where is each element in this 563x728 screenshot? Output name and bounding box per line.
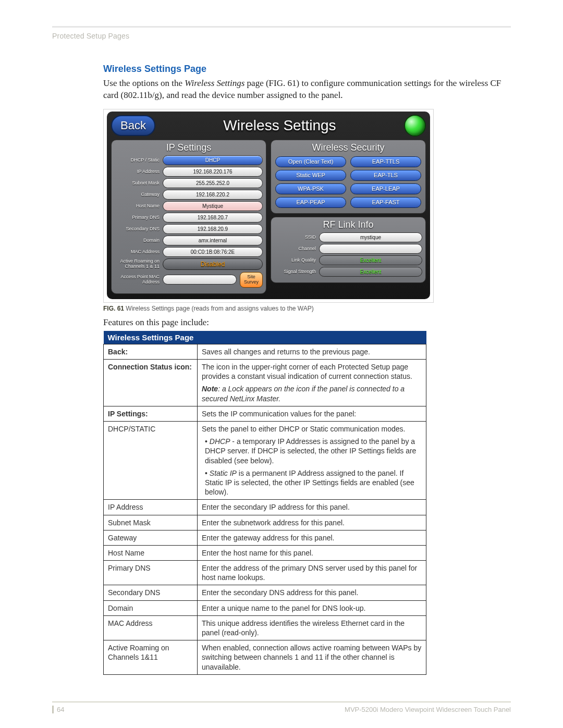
mac-label: MAC Address [115,249,160,254]
table-row-label: Domain [104,600,198,615]
site-survey-button[interactable]: Site Survey [240,272,263,288]
pdns-label: Primary DNS [115,215,160,220]
table-row-label: IP Settings: [104,406,198,421]
subnet-label: Subnet Mask [115,180,160,186]
table-row-label: Active Roaming on Channels 1&11 [104,640,198,675]
table-row-label: Connection Status icon: [104,360,198,406]
pdns-value[interactable]: 192.168.20.7 [163,213,263,223]
table-row-label: Host Name [104,545,198,560]
connection-status-icon [404,115,426,137]
table-row-label: DHCP/STATIC [104,422,198,500]
subnet-value[interactable]: 255.255.252.0 [163,178,263,188]
table-row-desc: Enter the host name for this panel. [198,545,426,560]
link-quality-value: Excellent [319,255,422,265]
sec-wpa-psk[interactable]: WPA-PSK [275,183,346,194]
dhcp-static-value[interactable]: DHCP [163,155,263,165]
mac-value: 00:C0:1B:08:76:2E [163,247,263,257]
channel-label: Channel [274,246,316,251]
figure-caption: FIG. 61 Wireless Settings page (reads fr… [103,305,511,312]
table-row-desc: Enter the secondary IP address for this … [198,500,426,515]
ip-address-label: IP Address [115,169,160,174]
ap-mac-label: Access Point MAC Address [115,275,160,285]
rf-link-group: RF Link Info SSIDmystique Channel Link Q… [271,217,426,283]
table-row-label: Back: [104,344,198,359]
table-row-desc: Enter the address of the primary DNS ser… [198,561,426,585]
wireless-security-title: Wireless Security [274,142,422,153]
sdns-value[interactable]: 192.168.20.9 [163,224,263,234]
rf-link-title: RF Link Info [274,219,422,230]
ssid-value: mystique [319,232,422,242]
table-row-label: Primary DNS [104,561,198,585]
ip-address-value[interactable]: 192.168.220.176 [163,167,263,177]
figure-wrap: Back Wireless Settings IP Settings DHCP … [103,109,434,303]
channel-value [319,244,422,254]
hostname-label: Host Name [115,203,160,208]
features-intro: Features on this page include: [103,317,511,328]
sec-static-wep[interactable]: Static WEP [275,170,346,181]
table-row-desc: Saves all changes and returns to the pre… [198,344,426,359]
table-row-label: Subnet Mask [104,515,198,530]
wireless-settings-panel: Back Wireless Settings IP Settings DHCP … [107,112,430,299]
sec-eap-fast[interactable]: EAP-FAST [350,197,421,208]
signal-strength-value: Excellent [319,267,422,277]
wireless-security-group: Wireless Security Open (Clear Text) EAP-… [271,140,426,214]
roam-label: Active Roaming on Channels 1 & 11 [115,259,160,269]
table-row-desc: The icon in the upper-right corner of ea… [198,360,426,406]
signal-strength-label: Signal Strength [274,269,316,274]
page-footer: 64 MVP-5200i Modero Viewpoint Widescreen… [52,701,511,713]
back-button[interactable]: Back [111,115,155,136]
gateway-label: Gateway [115,192,160,197]
domain-label: Domain [115,238,160,243]
table-row-desc: This unique address identifies the wirel… [198,615,426,640]
doc-title: MVP-5200i Modero Viewpoint Widescreen To… [345,706,511,713]
sec-eap-tls[interactable]: EAP-TLS [350,170,421,181]
figure-text: Wireless Settings page (reads from and a… [124,305,314,312]
table-row-desc: Enter the gateway address for this panel… [198,530,426,545]
sec-eap-ttls[interactable]: EAP-TTLS [350,156,421,167]
table-row-desc: Enter the secondary DNS address for this… [198,585,426,600]
table-row-desc: Sets the IP communication values for the… [198,406,426,421]
table-row-label: MAC Address [104,615,198,640]
section-title: Wireless Settings Page [103,64,511,75]
link-quality-label: Link Quality [274,257,316,263]
table-row-label: Gateway [104,530,198,545]
features-table: Wireless Settings Page Back:Saves all ch… [103,331,426,675]
panel-title: Wireless Settings [161,117,399,134]
gateway-value[interactable]: 192.168.220.2 [163,190,263,200]
ap-mac-value [163,275,237,285]
table-title: Wireless Settings Page [104,331,426,344]
intro-ital: Wireless Settings [185,78,244,88]
sec-eap-peap[interactable]: EAP-PEAP [275,197,346,208]
roam-value[interactable]: Disabled [163,258,263,270]
sec-open[interactable]: Open (Clear Text) [275,156,346,167]
table-row-desc: Enter a unique name to the panel for DNS… [198,600,426,615]
intro-before: Use the options on the [103,78,185,88]
ip-settings-group: IP Settings DHCP / StaticDHCP IP Address… [111,140,266,294]
breadcrumb: Protected Setup Pages [52,32,511,40]
figure-number: FIG. 61 [103,305,124,312]
sdns-label: Secondary DNS [115,226,160,231]
ssid-label: SSID [274,235,316,240]
page-number: 64 [52,706,64,713]
ip-settings-title: IP Settings [115,142,263,153]
table-row-label: Secondary DNS [104,585,198,600]
table-row-desc: Enter the subnetwork address for this pa… [198,515,426,530]
domain-value[interactable]: amx.internal [163,236,263,245]
hostname-value[interactable]: Mystique [163,201,263,211]
table-row-label: IP Address [104,500,198,515]
table-row-desc: Sets the panel to either DHCP or Static … [198,422,426,500]
dhcp-static-label: DHCP / Static [115,157,160,163]
table-row-desc: When enabled, connection allows active r… [198,640,426,675]
intro-paragraph: Use the options on the Wireless Settings… [103,78,511,102]
sec-eap-leap[interactable]: EAP-LEAP [350,183,421,194]
